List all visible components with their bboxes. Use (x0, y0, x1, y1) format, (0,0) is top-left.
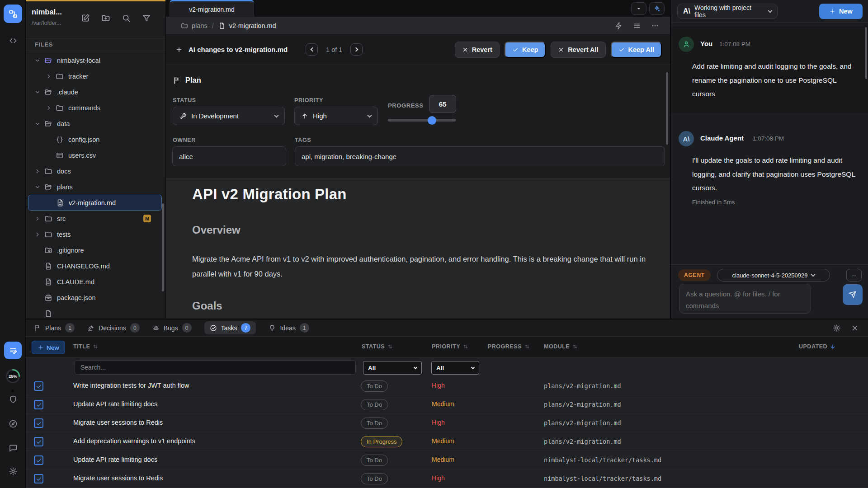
model-select[interactable]: claude-sonnet-4-5-20250929 (717, 269, 830, 282)
tab-plans[interactable]: Plans 1 (34, 323, 75, 333)
row-checkbox[interactable] (34, 381, 43, 391)
new-chat-button[interactable]: New (819, 4, 863, 19)
tree-item-partial[interactable] (26, 305, 165, 319)
tree-item-src[interactable]: src M (26, 211, 165, 226)
breadcrumb-folder[interactable]: plans (181, 22, 208, 29)
tree-item-claude[interactable]: .claude (26, 84, 165, 100)
col-progress[interactable]: PROGRESS (488, 343, 530, 350)
document-body[interactable]: API v2 Migration Plan Overview Migrate t… (166, 178, 670, 319)
sidebar-scrollbar[interactable] (162, 203, 164, 291)
tab-ideas[interactable]: Ideas 1 (269, 323, 309, 333)
code-icon[interactable] (0, 36, 26, 45)
row-checkbox[interactable] (34, 437, 43, 446)
task-row[interactable]: Update API rate limiting docs To Do Medi… (26, 451, 868, 469)
tags-input[interactable] (295, 146, 665, 166)
tree-item-data[interactable]: data (26, 116, 165, 131)
tab-bugs[interactable]: Bugs 0 (152, 323, 192, 333)
panel-close-icon[interactable] (851, 324, 859, 332)
chat-scrollbar[interactable] (865, 27, 867, 79)
priority-filter-select[interactable]: All (431, 361, 479, 375)
progress-value[interactable]: 65 (429, 95, 456, 113)
new-folder-icon[interactable] (101, 14, 110, 23)
token-counter-button[interactable]: -- (846, 269, 862, 282)
col-title[interactable]: TITLE (73, 343, 99, 350)
feedback-icon[interactable] (0, 444, 26, 453)
col-status[interactable]: STATUS (362, 343, 393, 350)
tree-item-v2-migration-selected[interactable]: v2-migration.md (28, 195, 162, 211)
prev-change-button[interactable] (306, 43, 318, 56)
task-row[interactable]: Migrate user sessions to Redis To Do Hig… (26, 469, 868, 488)
session-select[interactable]: A\ Working with project files (677, 4, 778, 19)
tab-dropdown-button[interactable] (631, 2, 646, 15)
task-row[interactable]: Update API rate limiting docs To Do Medi… (26, 395, 868, 414)
settings-icon[interactable] (0, 467, 26, 476)
outline-icon[interactable] (633, 22, 641, 30)
tree-item-docs[interactable]: docs (26, 163, 165, 179)
row-checkbox[interactable] (34, 418, 43, 428)
progress-slider-track[interactable] (388, 119, 456, 122)
progress-slider-thumb[interactable] (428, 116, 436, 125)
chevron-down-icon[interactable] (34, 121, 41, 127)
tab-v2-migration[interactable]: v2-migration.md (170, 0, 254, 17)
revert-all-button[interactable]: Revert All (551, 42, 605, 58)
new-task-button[interactable]: New (32, 341, 65, 354)
status-select[interactable]: In Development (173, 107, 285, 125)
next-change-button[interactable] (350, 43, 363, 56)
tree-item-config-json[interactable]: config.json (26, 131, 165, 147)
editor-scrollbar[interactable] (666, 72, 668, 145)
usage-progress-ring[interactable]: 25% (5, 368, 21, 384)
col-updated[interactable]: UPDATED (799, 343, 836, 350)
chevron-right-icon[interactable] (34, 168, 41, 174)
tree-item-changelog[interactable]: CHANGELOG.md (26, 258, 165, 274)
chevron-down-icon[interactable] (34, 184, 41, 190)
col-module[interactable]: MODULE (544, 343, 578, 350)
tree-item-commands[interactable]: commands (26, 100, 165, 116)
new-ai-tab-button[interactable] (649, 2, 665, 15)
keep-all-button[interactable]: Keep All (611, 42, 662, 58)
chevron-right-icon[interactable] (34, 216, 41, 222)
chevron-right-icon[interactable] (45, 73, 52, 80)
priority-select[interactable]: High (294, 107, 378, 125)
compass-icon[interactable] (0, 419, 26, 428)
shield-icon[interactable] (0, 395, 26, 404)
more-icon[interactable] (651, 22, 659, 30)
row-checkbox[interactable] (34, 400, 43, 409)
chat-input[interactable] (679, 284, 811, 314)
task-row[interactable]: Write integration tests for JWT auth flo… (26, 377, 868, 395)
status-filter-select[interactable]: All (363, 361, 422, 375)
tab-decisions[interactable]: Decisions 0 (87, 323, 140, 333)
breadcrumb-file[interactable]: v2-migration.md (218, 22, 276, 29)
search-icon[interactable] (122, 14, 131, 23)
send-button[interactable] (843, 284, 863, 305)
tree-item-tests[interactable]: tests (26, 226, 165, 242)
tree-item-claude-md[interactable]: CLAUDE.md (26, 274, 165, 290)
task-row[interactable]: Migrate user sessions to Redis To Do Hig… (26, 414, 868, 432)
tree-item-plans[interactable]: plans (26, 179, 165, 195)
tree-item-nimbalyst-local[interactable]: nimbalyst-local (26, 52, 165, 68)
tree-item-users-csv[interactable]: users.csv (26, 147, 165, 163)
row-checkbox[interactable] (34, 474, 43, 483)
task-row[interactable]: Add deprecation warnings to v1 endpoints… (26, 432, 868, 451)
filter-icon[interactable] (142, 14, 151, 23)
tasks-panel-button[interactable] (4, 342, 22, 359)
tab-tasks[interactable]: Tasks 7 (204, 321, 256, 334)
row-checkbox[interactable] (34, 455, 43, 465)
tree-item-gitignore[interactable]: .gitignore (26, 242, 165, 258)
keep-button[interactable]: Keep (505, 42, 546, 58)
tree-item-tracker[interactable]: tracker (26, 68, 165, 84)
revert-button[interactable]: Revert (455, 42, 500, 58)
tree-item-package-json[interactable]: package.json (26, 290, 165, 305)
chevron-down-icon[interactable] (34, 89, 41, 95)
folder-icon (44, 167, 53, 175)
zap-icon[interactable] (615, 22, 623, 30)
chevron-right-icon[interactable] (34, 231, 41, 238)
search-input[interactable] (75, 360, 356, 375)
new-file-icon[interactable] (81, 14, 90, 23)
panel-settings-icon[interactable] (833, 324, 841, 332)
col-priority[interactable]: PRIORITY (432, 343, 469, 350)
owner-input[interactable] (172, 146, 286, 166)
chevron-down-icon[interactable] (34, 57, 41, 64)
chevron-right-icon[interactable] (45, 105, 52, 111)
tree-label: tracker (68, 73, 88, 80)
app-logo[interactable] (4, 5, 22, 23)
